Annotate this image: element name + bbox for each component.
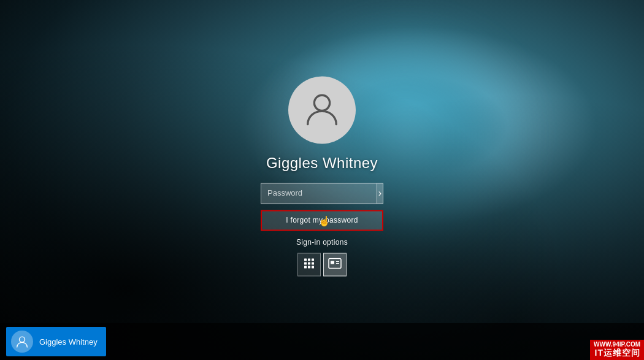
watermark: WWW.94IP.COM IT运维空间: [590, 340, 644, 360]
bottom-bar: Giggles Whitney: [0, 323, 644, 360]
user-avatar-icon: [303, 90, 341, 130]
login-panel: Giggles Whitney › I forgot my password ☝…: [261, 76, 383, 276]
signin-options-label: Sign-in options: [296, 238, 348, 247]
svg-point-0: [314, 95, 329, 110]
svg-rect-7: [304, 266, 307, 268]
password-input[interactable]: [261, 183, 377, 204]
svg-point-14: [20, 337, 25, 342]
svg-rect-6: [312, 262, 314, 264]
watermark-line2: IT运维空间: [594, 348, 640, 359]
bottom-avatar-icon: [11, 331, 33, 353]
smartcard-icon: [328, 258, 342, 271]
svg-rect-9: [312, 266, 314, 268]
bottom-username-label: Giggles Whitney: [39, 337, 98, 347]
username-label: Giggles Whitney: [266, 155, 378, 172]
svg-rect-5: [308, 262, 310, 264]
forgot-password-button[interactable]: I forgot my password ☝: [261, 210, 383, 231]
password-row: ›: [261, 183, 383, 204]
svg-rect-11: [331, 261, 334, 264]
keypad-icon: [303, 257, 315, 272]
svg-rect-2: [308, 258, 310, 261]
svg-rect-3: [312, 258, 314, 261]
smartcard-option-button[interactable]: [323, 253, 347, 276]
signin-options-row: [297, 253, 347, 276]
svg-rect-4: [304, 262, 307, 264]
svg-rect-8: [308, 266, 310, 268]
watermark-line1: WWW.94IP.COM: [594, 341, 640, 348]
bottom-user-button[interactable]: Giggles Whitney: [6, 327, 106, 356]
submit-button[interactable]: ›: [377, 183, 383, 204]
svg-rect-1: [304, 258, 307, 261]
keypad-option-button[interactable]: [297, 253, 321, 276]
avatar: [288, 76, 356, 144]
